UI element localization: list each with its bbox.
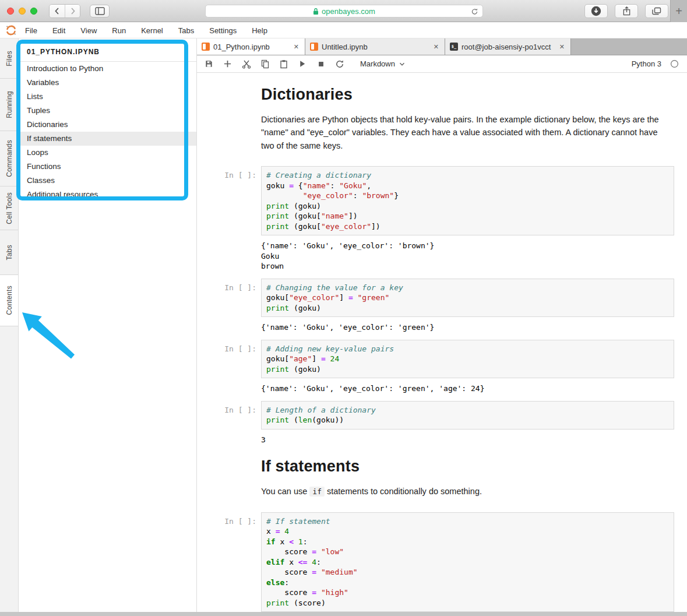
close-icon[interactable]: ✕ — [293, 43, 300, 51]
code-text: # Length of a dictionary print (len(goku… — [266, 405, 669, 425]
terminal-icon: $_ — [450, 43, 458, 51]
cell-output: 3 — [197, 434, 687, 445]
new-tab-button[interactable]: + — [670, 0, 687, 22]
share-button[interactable] — [615, 4, 638, 18]
zoom-window-button[interactable] — [30, 8, 37, 15]
cell-prompt: In [ ]: — [197, 401, 261, 430]
run-icon — [298, 59, 306, 68]
menu-run[interactable]: Run — [112, 26, 126, 35]
sidebar-tab-commands[interactable]: Commands — [0, 131, 18, 186]
toc-item-dictionaries[interactable]: Dictionaries — [19, 118, 196, 132]
output-text: {'name': 'Goku', 'eye_color': 'green'} — [261, 321, 434, 333]
menu-tabs[interactable]: Tabs — [178, 26, 194, 35]
paragraph: Dictionaries are Python objects that hol… — [261, 113, 664, 152]
refresh-button[interactable] — [334, 59, 344, 69]
menu-help[interactable]: Help — [252, 26, 267, 35]
notebook-toolbar: Markdown Python 3 — [197, 55, 687, 73]
doc-tab-untitled-ipynb[interactable]: Untitled.ipynb✕ — [305, 38, 445, 55]
toc-item-tuples[interactable]: Tuples — [19, 104, 196, 118]
toc-item-introduction-to-python[interactable]: Introduction to Python — [19, 62, 196, 76]
stop-button[interactable] — [316, 59, 326, 69]
sidebar-tab-contents[interactable]: Contents — [0, 275, 18, 326]
cell-prompt: In [ ]: — [197, 279, 261, 318]
save-button[interactable] — [204, 59, 214, 69]
menu-settings[interactable]: Settings — [209, 26, 237, 35]
menu-file[interactable]: File — [25, 26, 37, 35]
cell-type-dropdown[interactable]: Markdown — [360, 59, 405, 68]
safari-window: openbayes.com + FileEditViewRunKernelTab… — [0, 0, 687, 616]
code-text: # If statement x = 4 if x < 1: score = "… — [266, 516, 669, 608]
paragraph: You can use if statements to conditional… — [261, 485, 664, 498]
downloads-button[interactable] — [584, 4, 608, 18]
kernel-name: Python 3 — [632, 59, 661, 68]
copy-button[interactable] — [260, 59, 270, 69]
cell-prompt: In [ ]: — [197, 340, 261, 379]
forward-button[interactable] — [65, 5, 80, 17]
minimize-window-button[interactable] — [19, 8, 26, 15]
sidebar-tab-tabs[interactable]: Tabs — [0, 230, 18, 275]
window-bottom-edge — [0, 612, 687, 616]
doc-tab-01-python-ipynb[interactable]: 01_Python.ipynb✕ — [197, 38, 305, 55]
sidebar-tab-label: Tabs — [5, 245, 13, 261]
menu-edit[interactable]: Edit — [52, 26, 65, 35]
toc-item-if-statements[interactable]: If statements — [19, 132, 196, 146]
cut-button[interactable] — [241, 59, 251, 69]
sidebar-tab-files[interactable]: Files — [0, 38, 18, 79]
sidebar-tab-label: Commands — [5, 140, 13, 177]
plus-icon: + — [675, 5, 682, 18]
output-text: 3 — [261, 434, 266, 445]
lock-icon — [313, 8, 319, 15]
left-activity-bar: FilesRunningCommandsCell ToolsTabsConten… — [0, 38, 19, 616]
sidebar-tab-label: Contents — [5, 286, 13, 315]
code-editor[interactable]: # Adding new key-value pairs goku["age"]… — [261, 340, 674, 379]
close-icon[interactable]: ✕ — [558, 43, 566, 51]
toc-item-loops[interactable]: Loops — [19, 146, 196, 160]
code-text: # Adding new key-value pairs goku["age"]… — [266, 344, 669, 375]
tab-overview-button[interactable] — [645, 4, 668, 18]
add-icon — [223, 59, 232, 68]
cut-icon — [242, 59, 251, 69]
code-editor[interactable]: # Length of a dictionary print (len(goku… — [261, 401, 674, 430]
jupyter-menubar: FileEditViewRunKernelTabsSettingsHelp — [0, 22, 687, 38]
markdown-body: If statementsYou can use if statements t… — [261, 452, 674, 506]
sidebar-toggle-button[interactable] — [90, 5, 110, 17]
toc-item-lists[interactable]: Lists — [19, 90, 196, 104]
notebook-icon — [202, 43, 210, 51]
code-text: # Creating a dictionary goku = {"name": … — [266, 170, 669, 231]
save-icon — [205, 59, 213, 68]
cell-output: {'name': 'Goku', 'eye_color': 'green', '… — [197, 382, 687, 394]
menu-kernel[interactable]: Kernel — [141, 26, 163, 35]
url-text: openbayes.com — [322, 7, 375, 16]
chevron-down-icon — [399, 62, 405, 66]
close-window-button[interactable] — [7, 8, 14, 15]
markdown-cell: DictionariesDictionaries are Python obje… — [197, 80, 687, 160]
markdown-body: DictionariesDictionaries are Python obje… — [261, 80, 674, 160]
forward-icon — [69, 7, 77, 15]
toc-item-additional-resources[interactable]: Additional resources — [19, 188, 196, 202]
run-button[interactable] — [297, 59, 307, 69]
code-editor[interactable]: # Creating a dictionary goku = {"name": … — [261, 166, 674, 235]
code-editor[interactable]: # If statement x = 4 if x < 1: score = "… — [261, 512, 674, 613]
output-text: {'name': 'Goku', 'eye_color': 'brown'} G… — [261, 240, 434, 272]
notebook-icon — [310, 43, 318, 51]
paste-icon — [279, 59, 288, 69]
close-icon[interactable]: ✕ — [432, 43, 440, 51]
address-bar[interactable]: openbayes.com — [205, 5, 483, 17]
doc-tab-root-job-aisensiy-po1vcct[interactable]: $_root@job-aisensiy-po1vcct✕ — [445, 38, 571, 55]
toc-item-functions[interactable]: Functions — [19, 160, 196, 174]
sidebar-tab-running[interactable]: Running — [0, 79, 18, 131]
code-cell: In [ ]:# Changing the value for a key go… — [197, 279, 687, 318]
menu-view[interactable]: View — [80, 26, 97, 35]
back-button[interactable] — [50, 5, 65, 17]
output-prompt-gutter — [197, 434, 261, 445]
paste-button[interactable] — [279, 59, 288, 69]
reload-button[interactable] — [471, 8, 478, 17]
add-button[interactable] — [223, 59, 232, 69]
code-editor[interactable]: # Changing the value for a key goku["eye… — [261, 279, 674, 318]
toc-item-variables[interactable]: Variables — [19, 76, 196, 90]
toc-item-classes[interactable]: Classes — [19, 174, 196, 188]
sidebar-tab-cell-tools[interactable]: Cell Tools — [0, 186, 18, 230]
copy-icon — [260, 59, 270, 69]
kernel-status-icon — [670, 59, 679, 68]
cell-output: {'name': 'Goku', 'eye_color': 'brown'} G… — [197, 240, 687, 272]
